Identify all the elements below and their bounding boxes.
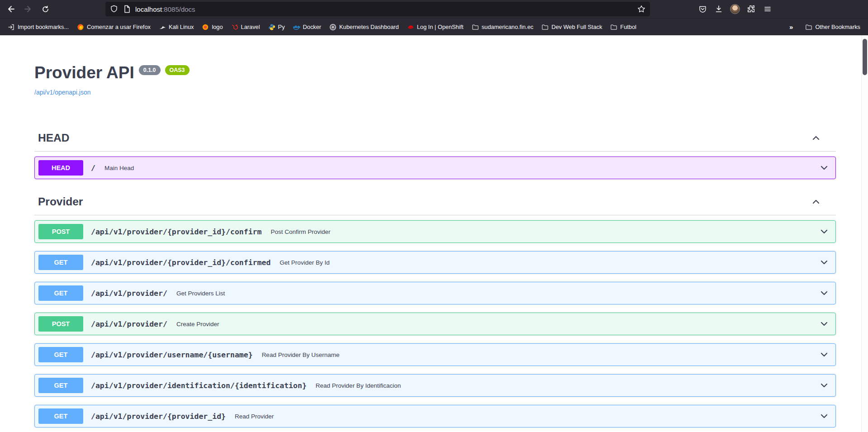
endpoint-row[interactable]: POST/api/v1/provider/Create Provider bbox=[34, 313, 836, 335]
bookmark-item[interactable]: sudamericano.fin.ec bbox=[469, 22, 537, 33]
bookmark-item[interactable]: Dev Web Full Stack bbox=[538, 22, 605, 33]
endpoint-row[interactable]: GET/api/v1/provider/username/{username}R… bbox=[34, 343, 836, 366]
bookmark-item[interactable]: Laravel bbox=[228, 22, 263, 33]
bookmark-item[interactable]: logo bbox=[199, 22, 226, 33]
forward-icon bbox=[24, 5, 32, 13]
endpoint-summary: Read Provider By Username bbox=[262, 351, 340, 358]
endpoint-path: /api/v1/provider/ bbox=[91, 320, 167, 328]
endpoint-path: /api/v1/provider/{provider_id}/confirm bbox=[91, 228, 262, 236]
page-icon bbox=[123, 5, 131, 13]
endpoint-summary: Post Confirm Provider bbox=[271, 228, 331, 235]
bookmarks-bar: Import bookmarks...Comenzar a usar Firef… bbox=[0, 18, 868, 35]
api-section: HEADHEAD/Main Head bbox=[34, 132, 836, 179]
endpoint-path: /api/v1/provider/{provider_id}/confirmed bbox=[91, 258, 270, 267]
endpoint-summary: Get Provider By Id bbox=[280, 259, 329, 266]
expand-operation-button[interactable] bbox=[819, 227, 829, 237]
import-icon bbox=[8, 24, 15, 31]
section-header-provider[interactable]: Provider bbox=[34, 195, 836, 215]
bookmark-item[interactable]: Docker bbox=[290, 22, 325, 33]
bookmark-label: Laravel bbox=[241, 24, 260, 30]
bookmarks-overflow-chevron[interactable]: » bbox=[787, 23, 796, 31]
method-badge: GET bbox=[38, 347, 83, 362]
other-bookmarks-button[interactable]: Other Bookmarks bbox=[802, 22, 863, 33]
folder-icon bbox=[610, 24, 617, 31]
bookmark-label: Log In | OpenShift bbox=[417, 24, 464, 30]
browser-toolbar: localhost:8085/docs bbox=[0, 0, 868, 18]
method-badge: POST bbox=[38, 224, 83, 239]
folder-icon bbox=[472, 24, 479, 31]
expand-operation-button[interactable] bbox=[819, 288, 829, 298]
reload-button[interactable] bbox=[38, 2, 52, 16]
bookmark-item[interactable]: Log In | OpenShift bbox=[404, 22, 467, 33]
chevron-up-icon bbox=[811, 197, 821, 207]
expand-operation-button[interactable] bbox=[819, 411, 829, 421]
back-button[interactable] bbox=[4, 2, 18, 16]
openapi-spec-link[interactable]: /api/v1/openapi.json bbox=[34, 89, 91, 96]
extensions-puzzle-icon bbox=[747, 5, 756, 14]
expand-operation-button[interactable] bbox=[819, 257, 829, 267]
redhat-icon bbox=[407, 24, 414, 31]
version-badge: 0.1.0 bbox=[139, 65, 161, 75]
endpoint-row[interactable]: GET/api/v1/provider/Get Providers List bbox=[34, 282, 836, 304]
section-collapse-button[interactable] bbox=[811, 197, 821, 207]
firefox-icon bbox=[77, 24, 84, 31]
logo-orange-icon bbox=[202, 24, 209, 31]
oas-badge: OAS3 bbox=[165, 65, 190, 75]
pocket-button[interactable] bbox=[696, 2, 709, 16]
method-badge: GET bbox=[38, 378, 83, 393]
chevron-up-icon bbox=[811, 133, 821, 143]
endpoint-row[interactable]: POST/api/v1/provider/{provider_id}/confi… bbox=[34, 220, 836, 243]
bookmark-star-button[interactable] bbox=[637, 5, 645, 13]
chevron-down-icon bbox=[819, 288, 829, 298]
api-sections: HEADHEAD/Main HeadProviderPOST/api/v1/pr… bbox=[34, 132, 836, 427]
chevron-down-icon bbox=[819, 163, 829, 173]
back-icon bbox=[7, 5, 15, 13]
expand-operation-button[interactable] bbox=[819, 163, 829, 173]
bookmark-label: Dev Web Full Stack bbox=[551, 24, 602, 30]
bookmark-item[interactable]: Futbol bbox=[607, 22, 640, 33]
section-header-head[interactable]: HEAD bbox=[34, 132, 836, 152]
section-collapse-button[interactable] bbox=[811, 133, 821, 143]
downloads-button[interactable] bbox=[712, 2, 726, 16]
bookmark-label: Kubernetes Dashboard bbox=[339, 24, 399, 30]
bookmark-item[interactable]: Py bbox=[265, 22, 288, 33]
endpoint-row[interactable]: GET/api/v1/provider/{provider_id}Read Pr… bbox=[34, 405, 836, 427]
extensions-button[interactable] bbox=[745, 2, 758, 16]
chevron-down-icon bbox=[819, 227, 829, 237]
bookmark-label: Comenzar a usar Firefox bbox=[87, 24, 151, 30]
avatar bbox=[730, 4, 740, 14]
endpoint-path: / bbox=[91, 164, 95, 172]
endpoint-summary: Read Provider By Identificacion bbox=[316, 382, 401, 389]
forward-button[interactable] bbox=[21, 2, 35, 16]
expand-operation-button[interactable] bbox=[819, 380, 829, 390]
scrollbar-track[interactable] bbox=[861, 35, 868, 432]
endpoint-path: /api/v1/provider/identification/{identif… bbox=[91, 381, 307, 390]
page-title: Provider API 0.1.0 OAS3 bbox=[34, 63, 836, 82]
python-icon bbox=[268, 24, 275, 31]
endpoint-row[interactable]: HEAD/Main Head bbox=[34, 157, 836, 179]
account-button[interactable] bbox=[728, 2, 742, 16]
chevron-down-icon bbox=[819, 350, 829, 360]
bookmark-item[interactable]: Import bookmarks... bbox=[5, 22, 72, 33]
endpoint-path: /api/v1/provider/{provider_id} bbox=[91, 412, 226, 421]
method-badge: HEAD bbox=[38, 160, 83, 176]
bookmark-label: sudamericano.fin.ec bbox=[482, 24, 534, 30]
menu-button[interactable] bbox=[761, 2, 774, 16]
method-badge: GET bbox=[38, 285, 83, 301]
bookmark-item[interactable]: Kali Linux bbox=[156, 22, 197, 33]
expand-operation-button[interactable] bbox=[819, 319, 829, 329]
bookmark-label: logo bbox=[212, 24, 223, 30]
api-title-text: Provider API bbox=[34, 63, 134, 82]
endpoint-row[interactable]: GET/api/v1/provider/{provider_id}/confir… bbox=[34, 251, 836, 274]
endpoint-row[interactable]: GET/api/v1/provider/identification/{iden… bbox=[34, 374, 836, 397]
method-badge: POST bbox=[38, 316, 83, 332]
bookmark-item[interactable]: Kubernetes Dashboard bbox=[326, 22, 402, 33]
bookmark-item[interactable]: Comenzar a usar Firefox bbox=[74, 22, 154, 33]
endpoint-summary: Create Provider bbox=[176, 321, 219, 328]
url-bar[interactable]: localhost:8085/docs bbox=[105, 2, 650, 16]
method-badge: GET bbox=[38, 408, 83, 424]
other-bookmarks-label: Other Bookmarks bbox=[815, 24, 860, 30]
expand-operation-button[interactable] bbox=[819, 350, 829, 360]
section-title: Provider bbox=[38, 195, 83, 208]
scrollbar-thumb[interactable] bbox=[863, 39, 867, 75]
